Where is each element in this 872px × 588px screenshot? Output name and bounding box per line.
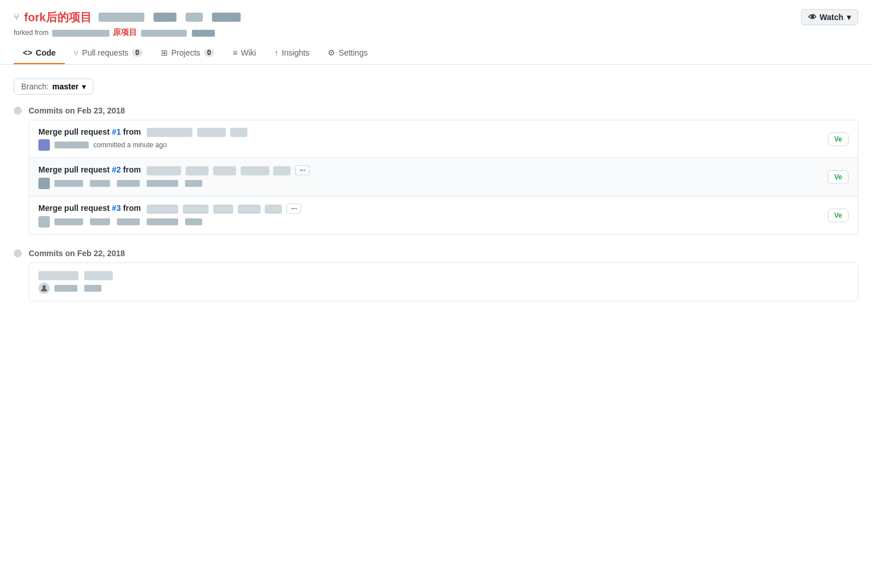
settings-icon: ⚙ (328, 48, 335, 57)
commits-group-feb22: Commits on Feb 22, 2018 (14, 249, 858, 301)
commit-author-blurred-1a (147, 128, 193, 137)
commit-user-blurred-4a (54, 285, 77, 292)
commit-info-3: Merge pull request #3 from ··· (38, 203, 828, 228)
commit-message-2: Merge pull request #2 from ··· (38, 165, 828, 175)
tab-projects-label: Projects (171, 48, 201, 57)
commit-user-blurred-3d (147, 218, 178, 225)
commit-user-blurred-1 (54, 142, 89, 148)
commit-msg-prefix-3: Merge pull request (38, 203, 112, 213)
commit-ref-blurred-2d (241, 166, 269, 175)
branch-name: master (52, 82, 78, 91)
commit-ref-blurred-2b (186, 166, 209, 175)
commit-msg-suffix-3: from (123, 203, 141, 213)
tab-insights-label: Insights (282, 48, 309, 57)
commit-user-blurred-3b (90, 218, 110, 225)
commit-ref-blurred-3b (183, 205, 209, 214)
tab-wiki-label: Wiki (241, 48, 256, 57)
commit-ref-blurred-3c (213, 205, 233, 214)
commit-title-blurred-4b (84, 271, 113, 280)
commit-dots-badge-2[interactable]: ··· (295, 165, 310, 175)
commit-avatar-2 (38, 178, 50, 189)
repo-fork-label: fork后的项目 (24, 10, 92, 25)
commit-pr-link-3[interactable]: #3 (112, 203, 121, 213)
tab-code-label: Code (36, 48, 56, 57)
watch-label: Watch (820, 13, 843, 22)
tab-code[interactable]: <> Code (14, 42, 65, 64)
code-icon: <> (23, 48, 32, 57)
projects-badge: 0 (204, 49, 215, 57)
commit-ref-blurred-2e (273, 166, 290, 175)
branch-selector[interactable]: Branch: master ▾ (14, 79, 93, 95)
commits-date-row-feb23: Commits on Feb 23, 2018 (14, 106, 858, 115)
commit-meta-2 (38, 178, 828, 189)
commits-date-feb23: Commits on Feb 23, 2018 (29, 106, 125, 115)
commit-info-1: Merge pull request #1 from committed a m… (38, 127, 828, 151)
commit-info-2: Merge pull request #2 from ··· (38, 165, 828, 189)
tab-insights[interactable]: ↑ Insights (265, 42, 319, 64)
branch-prefix: Branch: (21, 82, 49, 91)
repo-name-blurred-3 (186, 13, 203, 22)
commit-msg-prefix-1: Merge pull request (38, 127, 112, 136)
projects-icon: ⊞ (161, 48, 168, 57)
commits-list-feb22 (29, 262, 858, 301)
commit-author-blurred-1c (230, 128, 248, 137)
tab-settings[interactable]: ⚙ Settings (319, 42, 377, 64)
commits-date-row-feb22: Commits on Feb 22, 2018 (14, 249, 858, 258)
commit-avatar-1 (38, 139, 50, 151)
commit-user-blurred-2a (54, 180, 83, 187)
commit-view-btn-2[interactable]: Ve (828, 170, 849, 184)
tab-projects[interactable]: ⊞ Projects 0 (152, 42, 223, 64)
commit-user-blurred-2d (147, 180, 178, 187)
commit-item-4 (29, 263, 858, 300)
commit-message-1: Merge pull request #1 from (38, 127, 828, 137)
commit-author-blurred-1b (197, 128, 226, 137)
commits-group-feb23: Commits on Feb 23, 2018 Merge pull reque… (14, 106, 858, 235)
commits-date-feb22: Commits on Feb 22, 2018 (29, 249, 125, 258)
commit-ref-blurred-2c (213, 166, 236, 175)
pull-request-icon: ⑂ (74, 49, 78, 57)
watch-button[interactable]: 👁 Watch ▾ (801, 9, 858, 25)
insights-icon: ↑ (274, 48, 278, 57)
main-content: Branch: master ▾ Commits on Feb 23, 2018… (0, 65, 872, 315)
commit-msg-suffix-2: from (123, 165, 141, 174)
commit-user-blurred-2c (117, 180, 140, 187)
repo-nav: <> Code ⑂ Pull requests 0 ⊞ Projects 0 ≡… (14, 42, 858, 64)
commit-pr-link-2[interactable]: #2 (112, 165, 121, 174)
commit-pr-link-1[interactable]: #1 (112, 127, 121, 136)
commit-item-2: Merge pull request #2 from ··· (29, 158, 858, 197)
original-project-label: 原项目 (113, 28, 137, 37)
commit-title-blurred-4a (38, 271, 78, 280)
commit-avatar-3 (38, 216, 50, 228)
repo-name-blurred-1 (99, 13, 144, 22)
commits-list-feb23: Merge pull request #1 from committed a m… (29, 120, 858, 235)
commit-time-1: committed a minute ago (93, 141, 167, 149)
commit-user-blurred-4b (84, 285, 101, 292)
forked-from-blurred-2 (141, 30, 187, 37)
commit-user-blurred-2b (90, 180, 110, 187)
commit-user-blurred-2e (185, 180, 202, 187)
commit-user-blurred-3a (54, 218, 83, 225)
fork-icon: ⑂ (14, 12, 19, 22)
commit-message-3: Merge pull request #3 from ··· (38, 203, 828, 214)
wiki-icon: ≡ (233, 48, 237, 57)
commit-ref-blurred-3a (147, 205, 178, 214)
commit-meta-4 (38, 283, 849, 294)
tab-wiki[interactable]: ≡ Wiki (223, 42, 265, 64)
svg-point-0 (42, 285, 45, 288)
forked-from-blurred-1 (52, 30, 109, 37)
commit-message-4 (38, 270, 849, 280)
tab-pull-requests[interactable]: ⑂ Pull requests 0 (65, 42, 152, 64)
commit-view-btn-3[interactable]: Ve (828, 209, 849, 222)
commit-dots-badge-3[interactable]: ··· (286, 203, 301, 214)
forked-from-blurred-3 (192, 30, 215, 37)
commit-view-btn-1[interactable]: Ve (828, 132, 849, 146)
timeline-dot-feb23 (14, 107, 22, 115)
pr-badge: 0 (132, 49, 143, 57)
commit-user-blurred-3e (185, 218, 202, 225)
tab-pr-label: Pull requests (82, 48, 128, 57)
commit-info-4 (38, 270, 849, 293)
commit-ref-blurred-3e (265, 205, 282, 214)
commit-avatar-4 (38, 283, 50, 294)
commit-item-1: Merge pull request #1 from committed a m… (29, 120, 858, 158)
repo-title-row: ⑂ fork后的项目 👁 Watch ▾ (14, 9, 858, 25)
